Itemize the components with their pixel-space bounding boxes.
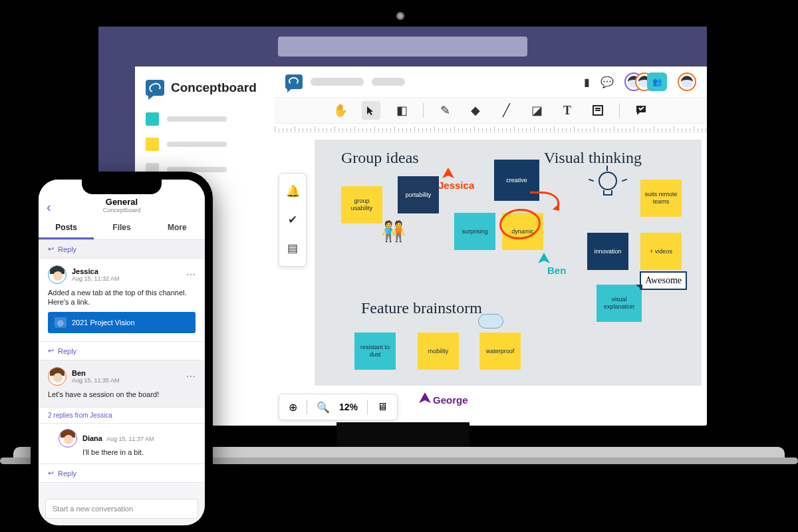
cursor-ben-icon	[537, 251, 551, 266]
post-body: Added a new tab at the top of this chann…	[48, 288, 196, 307]
channel-subtitle: Conceptboard	[39, 207, 205, 213]
phone-screen: ‹ General Conceptboard Posts Files More …	[39, 180, 205, 525]
avatar-ben	[48, 367, 66, 386]
marker-tool[interactable]: ◆	[466, 101, 485, 120]
tab-posts[interactable]: Posts	[39, 217, 94, 239]
reply-button[interactable]: ↩Reply	[39, 342, 205, 360]
post-time: Aug 15, 11:35 AM	[72, 377, 120, 384]
heading-feature-brainstorm: Feature brainstorm	[361, 299, 482, 317]
ruler	[275, 124, 707, 133]
app-topbar: ▮ 💬 👥	[275, 66, 707, 97]
post-body: I'll be there in a bit.	[82, 448, 196, 457]
heading-visual-thinking: Visual thinking	[544, 149, 642, 167]
canvas-toolbar: ✋ ◧ ✎ ◆ ╱ ◪ T	[275, 97, 707, 124]
reply-button[interactable]: ↩Reply	[39, 240, 205, 259]
reply-button[interactable]: ↩Reply	[39, 464, 205, 483]
user-avatar[interactable]	[678, 72, 696, 91]
posts-list[interactable]: ↩Reply Jessica Aug 15, 11:32 AM ⋯ Added …	[39, 240, 205, 493]
bell-icon[interactable]: 🔔	[286, 184, 300, 198]
sidebar-item-2[interactable]	[146, 138, 264, 151]
heading-group-ideas: Group ideas	[341, 149, 419, 167]
cursor-george-label: George	[433, 394, 468, 406]
eraser-tool[interactable]: ◧	[392, 101, 411, 120]
avatar-jessica	[48, 265, 66, 284]
canvas-side-tools: 🔔 ✔ ▤	[279, 173, 307, 267]
post-jessica[interactable]: Jessica Aug 15, 11:32 AM ⋯ Added a new t…	[39, 259, 205, 342]
post-time: Aug 15, 11:32 AM	[72, 275, 120, 282]
post-more-icon[interactable]: ⋯	[186, 269, 196, 280]
monitor-stand	[336, 422, 469, 449]
reply-arrow-icon: ↩	[48, 469, 54, 477]
text-tool[interactable]: T	[558, 101, 577, 120]
pen-tool[interactable]: ✎	[436, 101, 454, 120]
note-plus-videos[interactable]: + videos	[640, 233, 682, 270]
post-author: Ben	[72, 369, 120, 377]
post-diana[interactable]: Diana Aug 15, 11:37 AM I'll be there in …	[39, 424, 205, 464]
zoom-level[interactable]: 12%	[339, 402, 358, 412]
conceptboard-logo-small-icon	[285, 74, 303, 89]
cursor-jessica-label: Jessica	[438, 180, 474, 191]
red-arrow-annotation	[530, 192, 559, 210]
note-waterproof[interactable]: waterproof	[479, 332, 521, 370]
fit-screen-icon[interactable]: 🖥	[377, 401, 388, 413]
post-time: Aug 15, 11:37 AM	[106, 436, 154, 442]
link-title: 2021 Project Vision	[72, 319, 135, 327]
note-surprising[interactable]: surprising	[454, 213, 495, 250]
reply-arrow-icon: ↩	[48, 346, 54, 355]
post-more-icon[interactable]: ⋯	[186, 371, 196, 382]
awesome-bubble: Awesome	[640, 271, 687, 290]
note-resistant[interactable]: resistant to dust	[354, 332, 396, 370]
breadcrumb-1[interactable]	[311, 78, 364, 86]
shape-tool[interactable]: ◪	[527, 101, 546, 120]
post-author: Jessica	[72, 267, 120, 275]
cursor-ben-label: Ben	[547, 265, 566, 276]
canvas-footer-controls: ⊕ 🔍 12% 🖥	[279, 394, 398, 420]
conceptboard-app: ▮ 💬 👥 ✋ ◧ ✎ ◆ ╱ ◪ T	[275, 66, 707, 426]
avatar-diana	[59, 429, 77, 448]
cursor-george-icon	[418, 391, 432, 406]
cursor-jessica-icon	[441, 166, 456, 181]
sidebar-item-1[interactable]	[146, 112, 264, 126]
link-card[interactable]: ◎ 2021 Project Vision	[48, 312, 196, 333]
note-portability[interactable]: portability	[398, 176, 439, 213]
monitor-camera	[396, 12, 404, 20]
note-mobility[interactable]: mobility	[418, 332, 459, 370]
whiteboard[interactable]: Group ideas Visual thinking Feature brai…	[315, 140, 702, 386]
sticky-note-tool[interactable]	[589, 101, 607, 120]
breadcrumb-2[interactable]	[372, 78, 405, 86]
zoom-in-icon[interactable]: 🔍	[317, 401, 330, 414]
note-group-usability[interactable]: group usability	[341, 186, 382, 223]
pointer-tool[interactable]	[362, 101, 380, 120]
app-name: Conceptboard	[171, 80, 257, 95]
channel-title: General	[39, 197, 205, 207]
collaborators-more[interactable]: 👥	[647, 72, 667, 91]
phone-device: ‹ General Conceptboard Posts Files More …	[31, 172, 213, 532]
compass-icon[interactable]: ⊕	[289, 401, 297, 414]
present-icon[interactable]: ▮	[584, 76, 590, 88]
line-tool[interactable]: ╱	[497, 101, 515, 120]
note-innovation[interactable]: innovation	[587, 233, 628, 270]
conceptboard-link-icon: ◎	[55, 317, 66, 328]
note-visual-explanation[interactable]: visual explanation	[597, 285, 642, 322]
teams-search-bar[interactable]	[278, 37, 527, 57]
conceptboard-logo-icon	[146, 80, 164, 96]
post-author: Diana	[82, 434, 102, 442]
canvas-area[interactable]: 🔔 ✔ ▤ Group ideas Visual thinking Featur…	[275, 133, 707, 426]
comment-tool[interactable]	[632, 101, 650, 120]
new-conversation-input[interactable]: Start a new conversation	[45, 499, 198, 519]
outline-icon[interactable]: ▤	[287, 241, 298, 255]
tab-files[interactable]: Files	[94, 217, 149, 239]
chat-icon[interactable]: 💬	[600, 76, 614, 88]
hand-tool[interactable]: ✋	[331, 101, 350, 120]
note-suits-remote[interactable]: suits remote teams	[640, 180, 682, 217]
teams-titlebar	[98, 27, 707, 66]
tab-more[interactable]: More	[150, 217, 205, 239]
approve-icon[interactable]: ✔	[288, 213, 297, 227]
lightbulb-sketch-icon	[594, 172, 622, 200]
people-sketch-icon: 🧑‍🤝‍🧑	[381, 219, 406, 243]
cloud-sketch-icon	[478, 314, 503, 329]
post-ben[interactable]: Ben Aug 15, 11:35 AM ⋯ Let's have a sess…	[39, 360, 205, 408]
phone-notch	[82, 180, 162, 194]
replies-summary[interactable]: 2 replies from Jessica	[39, 408, 205, 424]
back-button[interactable]: ‹	[47, 200, 51, 215]
